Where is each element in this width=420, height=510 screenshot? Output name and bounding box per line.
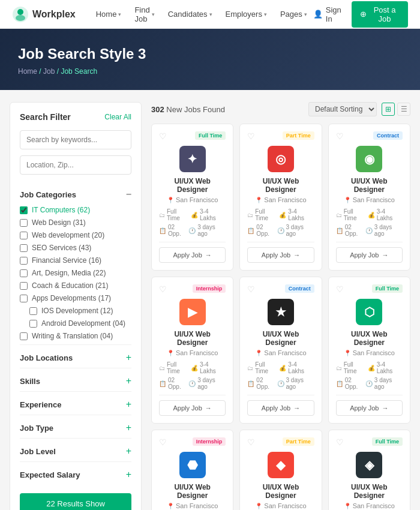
favorite-button[interactable]: ♡ <box>159 284 167 294</box>
category-seo-services[interactable]: SEO Services (43) <box>20 244 131 252</box>
nav-find-job[interactable]: Find Job ▾ <box>128 2 160 27</box>
opp-icon: 📋 <box>159 227 166 234</box>
favorite-button[interactable]: ♡ <box>247 131 255 141</box>
location-icon: 📍 <box>255 503 262 509</box>
job-salary: 💰3-4 Lakhs <box>279 208 314 221</box>
card-divider <box>336 242 403 242</box>
jobs-found-text: 302 New Jobs Found <box>151 105 225 114</box>
company-logo: ◎ <box>268 146 294 172</box>
job-meta-2: 📋02 Opp. 🕐3 days ago <box>336 377 403 390</box>
job-card-top: ♡ Contract <box>336 131 403 141</box>
sign-in-button[interactable]: 👤 Sign In <box>313 5 344 23</box>
category-ios-dev[interactable]: IOS Development (12) <box>20 307 131 315</box>
favorite-button[interactable]: ♡ <box>247 437 255 447</box>
apply-job-button[interactable]: Apply Job → <box>247 247 314 263</box>
clock-icon: 🕐 <box>365 227 373 234</box>
plus-icon: + <box>126 446 131 457</box>
company-logo: ⬣ <box>179 452 206 478</box>
experience-section[interactable]: Experience + <box>20 391 131 415</box>
location-icon: 📍 <box>344 197 351 203</box>
favorite-button[interactable]: ♡ <box>336 284 344 294</box>
sidebar-title: Search Filter <box>20 112 71 122</box>
job-meta-2: 📋02 Opp. 🕐3 days ago <box>336 224 403 237</box>
category-android-dev[interactable]: Android Development (04) <box>20 319 131 328</box>
location-icon: 📍 <box>255 350 262 356</box>
category-art-design[interactable]: Art, Design, Media (22) <box>20 269 131 277</box>
job-location: 📍 San Francisco <box>159 196 226 203</box>
sort-dropdown[interactable]: Default Sorting <box>308 102 377 116</box>
arrow-icon: → <box>205 404 212 412</box>
category-web-development[interactable]: Web development (20) <box>20 231 131 239</box>
post-job-button[interactable]: ⊕ Post a Job <box>352 1 408 28</box>
category-writing[interactable]: Writing & Translation (04) <box>20 332 131 340</box>
job-badge: Contract <box>373 131 403 140</box>
navbar: Workplex Home ▾ Find Job ▾ Candidates ▾ … <box>0 0 420 29</box>
chevron-icon: ▾ <box>264 11 267 17</box>
chevron-icon: ▾ <box>304 11 307 17</box>
apply-job-button[interactable]: Apply Job → <box>336 247 403 263</box>
breadcrumb: Home / Job / Job Search <box>18 67 402 76</box>
apply-job-button[interactable]: Apply Job → <box>159 247 226 263</box>
job-badge: Internship <box>193 284 226 293</box>
category-coach-education[interactable]: Coach & Education (21) <box>20 281 131 290</box>
job-opp: 📋02 Opp. <box>247 377 277 390</box>
list-view-button[interactable]: ☰ <box>397 103 410 116</box>
job-meta-2: 📋02 Opp. 🕐3 days ago <box>159 377 226 390</box>
job-card-top: ♡ Internship <box>159 437 226 447</box>
category-it-computers[interactable]: IT Computers (62) <box>20 206 131 214</box>
job-meta: 🗂Full Time 💰3-4 Lakhs <box>247 361 314 374</box>
apply-job-button[interactable]: Apply Job → <box>247 400 314 416</box>
job-type: 🗂Full Time <box>159 208 191 221</box>
skills-section[interactable]: Skills + <box>20 368 131 391</box>
clear-all-button[interactable]: Clear All <box>104 113 131 121</box>
breadcrumb-job[interactable]: Job <box>43 67 55 76</box>
job-locations-section[interactable]: Job Locations + <box>20 344 131 368</box>
nav-employers[interactable]: Employers ▾ <box>220 6 273 22</box>
job-location: 📍 San Francisco <box>159 349 226 356</box>
job-card-top: ♡ Part Time <box>247 131 314 141</box>
plus-icon: + <box>126 422 131 433</box>
keyword-search-input[interactable] <box>20 130 131 149</box>
job-card-top: ♡ Part Time <box>247 437 314 447</box>
apply-job-button[interactable]: Apply Job → <box>159 400 226 416</box>
apply-job-button[interactable]: Apply Job → <box>336 400 403 416</box>
job-meta: 🗂Full Time 💰3-4 Lakhs <box>336 361 403 374</box>
breadcrumb-home[interactable]: Home <box>18 67 37 76</box>
job-list-header: 302 New Jobs Found Default Sorting ⊞ ☰ <box>151 102 410 116</box>
favorite-button[interactable]: ♡ <box>247 284 255 294</box>
collapse-categories-button[interactable]: − <box>126 189 131 200</box>
search-filter-sidebar: Search Filter Clear All Job Categories −… <box>10 102 142 510</box>
results-show-button[interactable]: 22 Results Show <box>20 493 131 510</box>
card-divider <box>159 395 226 395</box>
header-right-controls: Default Sorting ⊞ ☰ <box>308 102 410 116</box>
breadcrumb-current: Job Search <box>61 67 97 76</box>
location-icon: 📍 <box>167 503 174 509</box>
view-toggle: ⊞ ☰ <box>382 103 410 116</box>
logo[interactable]: Workplex <box>12 6 76 23</box>
category-apps-dev[interactable]: Apps Developments (17) <box>20 294 131 302</box>
job-title: UI/UX Web Designer <box>159 330 226 347</box>
favorite-button[interactable]: ♡ <box>159 131 167 141</box>
favorite-button[interactable]: ♡ <box>336 437 344 447</box>
nav-candidates[interactable]: Candidates ▾ <box>162 6 218 22</box>
job-salary: 💰3-4 Lakhs <box>368 361 403 374</box>
money-icon: 💰 <box>279 212 286 218</box>
job-salary: 💰3-4 Lakhs <box>191 361 226 374</box>
job-time: 🕐3 days ago <box>277 224 314 237</box>
category-financial-service[interactable]: Financial Service (16) <box>20 256 131 265</box>
nav-pages[interactable]: Pages ▾ <box>274 6 313 22</box>
location-search-input[interactable] <box>20 155 131 175</box>
job-type-section[interactable]: Job Type + <box>20 415 131 438</box>
expected-salary-section[interactable]: Expected Salary + <box>20 461 131 485</box>
category-web-design[interactable]: Web Design (31) <box>20 218 131 227</box>
job-level-section[interactable]: Job Level + <box>20 438 131 461</box>
grid-view-button[interactable]: ⊞ <box>382 103 395 116</box>
job-card: ♡ Full Time ✦ UI/UX Web Designer 📍 San F… <box>151 124 233 271</box>
favorite-button[interactable]: ♡ <box>159 437 167 447</box>
company-logo: ◆ <box>268 452 294 478</box>
favorite-button[interactable]: ♡ <box>336 131 344 141</box>
job-card: ♡ Contract ◉ UI/UX Web Designer 📍 San Fr… <box>328 124 410 271</box>
job-opp: 📋02 Opp. <box>159 224 188 237</box>
nav-home[interactable]: Home ▾ <box>90 6 128 22</box>
plus-icon: ⊕ <box>360 10 367 19</box>
